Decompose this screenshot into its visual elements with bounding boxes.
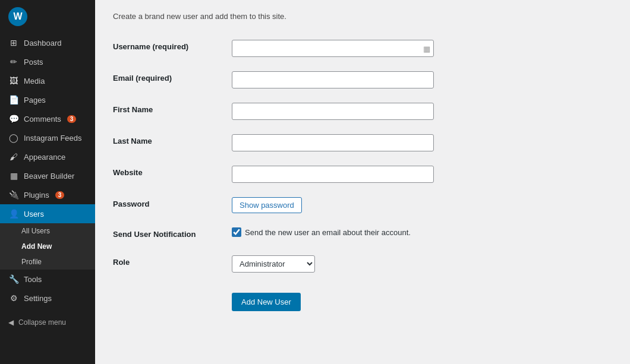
role-select[interactable]: Administrator Editor Author Contributor … — [232, 255, 315, 273]
sidebar-item-media[interactable]: 🖼 Media — [0, 71, 95, 90]
sidebar-item-instagram[interactable]: ◯ Instagram Feeds — [0, 128, 95, 147]
sidebar-item-label: Instagram Feeds — [24, 134, 82, 143]
lastname-label: Last Name — [113, 127, 232, 159]
sidebar-item-posts[interactable]: ✏ Posts — [0, 52, 95, 71]
email-label: Email (required) — [113, 64, 232, 96]
sidebar-item-label: Appearance — [24, 153, 65, 162]
sidebar-item-settings[interactable]: ⚙ Settings — [0, 289, 95, 308]
website-input[interactable] — [232, 166, 434, 183]
username-label: Username (required) — [113, 33, 232, 64]
collapse-icon: ◀ — [8, 318, 14, 327]
sidebar-logo: W — [0, 0, 95, 33]
sidebar-submenu-all-users[interactable]: All Users — [0, 223, 95, 239]
role-row: Role Administrator Editor Author Contrib… — [113, 248, 612, 280]
collapse-label: Collapse menu — [18, 318, 66, 327]
media-icon: 🖼 — [8, 76, 19, 86]
notification-row: Send User Notification Send the new user… — [113, 220, 612, 248]
submit-row: Add New User — [113, 280, 612, 318]
notification-text: Send the new user an email about their a… — [245, 228, 411, 237]
sidebar-item-label: Settings — [24, 294, 52, 303]
beaver-icon: ▦ — [8, 171, 19, 181]
firstname-row: First Name — [113, 96, 612, 127]
add-user-form: Username (required) ▦ Email (required) F… — [113, 33, 612, 318]
wordpress-logo-icon: W — [8, 7, 27, 26]
sidebar-item-label: Pages — [24, 96, 46, 105]
pages-icon: 📄 — [8, 95, 19, 105]
website-label: Website — [113, 159, 232, 190]
dashboard-icon: ⊞ — [8, 38, 19, 48]
notification-label: Send User Notification — [113, 220, 232, 248]
comments-badge: 3 — [67, 115, 77, 123]
sidebar-submenu-profile[interactable]: Profile — [0, 254, 95, 270]
comments-icon: 💬 — [8, 114, 19, 124]
posts-icon: ✏ — [8, 57, 19, 67]
firstname-label: First Name — [113, 96, 232, 127]
sidebar-item-tools[interactable]: 🔧 Tools — [0, 270, 95, 289]
sidebar-item-label: Tools — [24, 275, 42, 284]
password-label: Password — [113, 190, 232, 220]
sidebar-submenu-add-new[interactable]: Add New — [0, 239, 95, 254]
tools-icon: 🔧 — [8, 274, 19, 284]
appearance-icon: 🖌 — [8, 152, 19, 162]
sidebar-item-label: Comments — [24, 115, 61, 124]
sidebar-item-dashboard[interactable]: ⊞ Dashboard — [0, 33, 95, 52]
password-row: Password Show password — [113, 190, 612, 220]
plugins-icon: 🔌 — [8, 190, 19, 200]
sidebar-item-plugins[interactable]: 🔌 Plugins 3 — [0, 185, 95, 204]
sidebar-item-label: Beaver Builder — [24, 172, 74, 181]
username-icon: ▦ — [423, 44, 430, 53]
lastname-row: Last Name — [113, 127, 612, 159]
page-description: Create a brand new user and add them to … — [113, 12, 612, 21]
sidebar-item-label: Posts — [24, 58, 43, 67]
collapse-menu[interactable]: ◀ Collapse menu — [0, 312, 95, 333]
main-content: Create a brand new user and add them to … — [95, 0, 630, 364]
email-row: Email (required) — [113, 64, 612, 96]
sidebar-item-label: Plugins — [24, 191, 49, 200]
username-input[interactable] — [232, 40, 434, 57]
role-label: Role — [113, 248, 232, 280]
users-submenu: All Users Add New Profile — [0, 223, 95, 270]
firstname-input[interactable] — [232, 103, 434, 120]
show-password-button[interactable]: Show password — [232, 197, 302, 213]
sidebar-item-label: Media — [24, 77, 45, 86]
notification-wrapper: Send the new user an email about their a… — [232, 227, 612, 237]
plugins-badge: 3 — [55, 191, 65, 199]
sidebar-item-beaver-builder[interactable]: ▦ Beaver Builder — [0, 166, 95, 185]
users-icon: 👤 — [8, 209, 19, 219]
email-input[interactable] — [232, 71, 434, 88]
sidebar-item-appearance[interactable]: 🖌 Appearance — [0, 147, 95, 166]
username-input-wrapper: ▦ — [232, 40, 434, 57]
sidebar-item-label: Dashboard — [24, 39, 62, 48]
add-new-user-button[interactable]: Add New User — [232, 293, 301, 311]
website-row: Website — [113, 159, 612, 190]
lastname-input[interactable] — [232, 134, 434, 151]
username-row: Username (required) ▦ — [113, 33, 612, 64]
sidebar-item-label: Users — [24, 210, 44, 219]
notification-checkbox[interactable] — [232, 227, 241, 237]
sidebar-item-pages[interactable]: 📄 Pages — [0, 90, 95, 109]
sidebar: W ⊞ Dashboard ✏ Posts 🖼 Media 📄 Pages 💬 … — [0, 0, 95, 364]
settings-icon: ⚙ — [8, 293, 19, 303]
sidebar-item-comments[interactable]: 💬 Comments 3 — [0, 109, 95, 128]
sidebar-item-users[interactable]: 👤 Users — [0, 204, 95, 223]
instagram-icon: ◯ — [8, 133, 19, 143]
